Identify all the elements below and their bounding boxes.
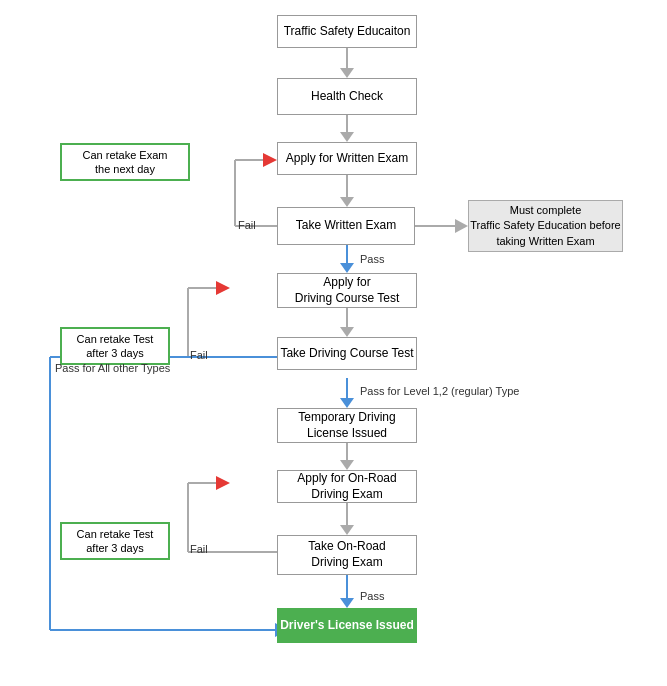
- take-driving-course-label: Take Driving Course Test: [280, 346, 413, 362]
- must-complete-box: Must completeTraffic Safety Education be…: [468, 200, 623, 252]
- svg-marker-17: [340, 598, 354, 608]
- apply-onroad-box: Apply for On-RoadDriving Exam: [277, 470, 417, 503]
- take-driving-course-box: Take Driving Course Test: [277, 337, 417, 370]
- fail3-label: Fail: [190, 543, 208, 555]
- apply-onroad-label: Apply for On-RoadDriving Exam: [297, 471, 396, 502]
- traffic-safety-label: Traffic Safety Educaiton: [284, 24, 411, 40]
- svg-marker-1: [340, 68, 354, 78]
- apply-written-label: Apply for Written Exam: [286, 151, 408, 167]
- must-complete-label: Must completeTraffic Safety Education be…: [470, 203, 620, 249]
- traffic-safety-box: Traffic Safety Educaiton: [277, 15, 417, 48]
- svg-marker-7: [340, 263, 354, 273]
- apply-written-box: Apply for Written Exam: [277, 142, 417, 175]
- svg-marker-26: [216, 281, 230, 295]
- retake-onroad-label: Can retake Testafter 3 days: [77, 527, 154, 556]
- retake-written-label: Can retake Examthe next day: [83, 148, 168, 177]
- retake-driving-box: Can retake Testafter 3 days: [60, 327, 170, 365]
- pass-all-label: Pass for All other Types: [55, 362, 170, 374]
- take-onroad-label: Take On-RoadDriving Exam: [308, 539, 385, 570]
- retake-onroad-box: Can retake Testafter 3 days: [60, 522, 170, 560]
- take-onroad-box: Take On-RoadDriving Exam: [277, 535, 417, 575]
- fail2-label: Fail: [190, 349, 208, 361]
- take-written-label: Take Written Exam: [296, 218, 396, 234]
- svg-marker-3: [340, 132, 354, 142]
- svg-marker-15: [340, 525, 354, 535]
- fail1-label: Fail: [238, 219, 256, 231]
- license-issued-box: Driver's License Issued: [277, 608, 417, 643]
- svg-marker-5: [340, 197, 354, 207]
- retake-written-box: Can retake Examthe next day: [60, 143, 190, 181]
- pass1-label: Pass: [360, 253, 384, 265]
- svg-marker-9: [340, 327, 354, 337]
- svg-marker-13: [340, 460, 354, 470]
- take-written-box: Take Written Exam: [277, 207, 415, 245]
- retake-driving-label: Can retake Testafter 3 days: [77, 332, 154, 361]
- pass3-label: Pass: [360, 590, 384, 602]
- apply-driving-course-label: Apply forDriving Course Test: [295, 275, 399, 306]
- apply-driving-course-box: Apply forDriving Course Test: [277, 273, 417, 308]
- health-check-box: Health Check: [277, 78, 417, 115]
- svg-marker-22: [263, 153, 277, 167]
- temp-license-label: Temporary DrivingLicense Issued: [298, 410, 395, 441]
- svg-marker-19: [455, 219, 468, 233]
- pass2-label: Pass for Level 1,2 (regular) Type: [360, 385, 519, 397]
- temp-license-box: Temporary DrivingLicense Issued: [277, 408, 417, 443]
- flowchart: Traffic Safety Educaiton Health Check Ap…: [0, 0, 667, 686]
- svg-marker-30: [216, 476, 230, 490]
- health-check-label: Health Check: [311, 89, 383, 105]
- license-issued-label: Driver's License Issued: [280, 618, 414, 634]
- svg-marker-11: [340, 398, 354, 408]
